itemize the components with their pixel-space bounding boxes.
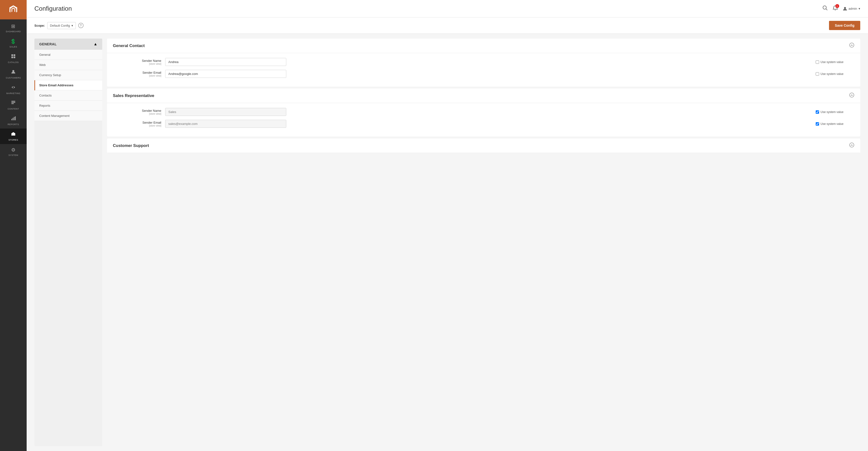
- sidebar-item-dashboard[interactable]: ⊞ DASHBOARD: [0, 20, 27, 36]
- gc-sender-name-checkbox[interactable]: [816, 60, 819, 64]
- customer-support-title: Customer Support: [113, 143, 149, 148]
- gc-sender-email-row: Sender Email [store view] Use system val…: [113, 70, 855, 78]
- svg-point-16: [844, 7, 846, 9]
- sales-icon: 💲: [10, 38, 17, 45]
- customers-icon: [11, 69, 16, 76]
- left-nav-item-contacts[interactable]: Contacts: [34, 90, 102, 101]
- svg-rect-7: [11, 102, 15, 103]
- sidebar-item-customers[interactable]: CUSTOMERS: [0, 66, 27, 82]
- customer-support-header[interactable]: Customer Support: [107, 138, 860, 153]
- sidebar-item-reports[interactable]: REPORTS: [0, 113, 27, 129]
- catalog-icon: [11, 54, 16, 60]
- left-nav-item-web[interactable]: Web: [34, 60, 102, 70]
- sr-sender-name-checkbox[interactable]: [816, 110, 819, 114]
- sidebar-label-sales: SALES: [9, 46, 17, 48]
- gc-sender-email-check-label: Use system value: [820, 72, 843, 76]
- general-contact-section: General Contact Sender Name [store view]: [107, 38, 860, 87]
- sidebar-label-customers: CUSTOMERS: [6, 77, 21, 79]
- sidebar-item-catalog[interactable]: CATALOG: [0, 51, 27, 66]
- svg-rect-3: [13, 56, 15, 58]
- svg-rect-9: [11, 119, 12, 120]
- dashboard-icon: ⊞: [11, 23, 16, 29]
- gc-sender-name-check-area: Use system value: [816, 60, 855, 64]
- help-icon[interactable]: ?: [78, 23, 84, 28]
- left-nav-item-reports[interactable]: Reports: [34, 101, 102, 111]
- config-toolbar: Scope: Default Config ▾ ? Save Config: [27, 18, 868, 34]
- sidebar-label-system: SYSTEM: [8, 154, 18, 157]
- general-contact-header[interactable]: General Contact: [107, 38, 860, 53]
- search-icon[interactable]: [823, 5, 828, 12]
- stores-icon: [11, 132, 16, 138]
- sr-sender-name-row: Sender Name [store view] Use system valu…: [113, 108, 855, 116]
- admin-username: admin: [848, 7, 857, 10]
- sidebar-item-stores[interactable]: STORES: [0, 129, 27, 144]
- sidebar-item-marketing[interactable]: MARKETING: [0, 82, 27, 97]
- sidebar-item-system[interactable]: ⚙ SYSTEM: [0, 144, 27, 159]
- sr-sender-name-input[interactable]: [165, 108, 286, 116]
- sidebar: ⊞ DASHBOARD 💲 SALES CATALOG CUSTOMERS MA…: [0, 0, 27, 451]
- sr-sender-email-check-area: Use system value: [816, 122, 855, 125]
- svg-rect-1: [13, 54, 15, 56]
- sales-rep-header[interactable]: Sales Representative: [107, 88, 860, 103]
- page-header: Configuration 1 admin ▾: [27, 0, 868, 18]
- left-nav-header[interactable]: GENERAL ▲: [34, 38, 102, 50]
- sidebar-item-content[interactable]: CONTENT: [0, 97, 27, 113]
- left-nav-item-currency-setup[interactable]: Currency Setup: [34, 70, 102, 80]
- sales-rep-toggle-icon: [849, 92, 855, 99]
- system-icon: ⚙: [11, 147, 16, 153]
- admin-dropdown-icon: ▾: [859, 7, 860, 10]
- gc-sender-email-checkbox[interactable]: [816, 72, 819, 76]
- gc-sender-name-input-wrap: [165, 58, 812, 66]
- left-nav-item-store-email-addresses[interactable]: Store Email Addresses: [34, 80, 102, 90]
- sidebar-label-stores: STORES: [8, 139, 18, 141]
- gc-sender-name-input[interactable]: [165, 58, 286, 66]
- logo[interactable]: [0, 0, 27, 20]
- gc-sender-email-label: Sender Email [store view]: [113, 71, 161, 77]
- sr-sender-name-check-label: Use system value: [820, 110, 843, 114]
- sidebar-item-sales[interactable]: 💲 SALES: [0, 36, 27, 51]
- sidebar-label-content: CONTENT: [8, 108, 19, 110]
- content-icon: [11, 101, 16, 107]
- notifications-icon[interactable]: 1: [833, 5, 838, 12]
- content-area: GENERAL ▲ General Web Currency Setup Sto…: [27, 34, 868, 451]
- sales-rep-title: Sales Representative: [113, 93, 154, 98]
- scope-select[interactable]: Default Config ▾: [47, 22, 75, 29]
- svg-point-14: [823, 6, 826, 9]
- left-nav-group-label: GENERAL: [39, 42, 57, 46]
- left-nav-item-general[interactable]: General: [34, 50, 102, 60]
- save-config-button[interactable]: Save Config: [829, 21, 860, 30]
- header-actions: 1 admin ▾: [823, 5, 860, 12]
- left-nav-item-content-management[interactable]: Content Management: [34, 111, 102, 121]
- svg-rect-12: [15, 116, 16, 120]
- sales-rep-body: Sender Name [store view] Use system valu…: [107, 103, 860, 137]
- sr-sender-email-row: Sender Email [store view] Use system val…: [113, 120, 855, 128]
- notification-count: 1: [835, 4, 839, 8]
- sidebar-label-dashboard: DASHBOARD: [6, 30, 21, 33]
- svg-rect-0: [11, 54, 13, 56]
- sr-sender-email-checkbox[interactable]: [816, 122, 819, 125]
- sr-sender-email-input[interactable]: [165, 120, 286, 128]
- admin-user-menu[interactable]: admin ▾: [843, 6, 860, 11]
- gc-sender-email-input[interactable]: [165, 70, 286, 78]
- sales-representative-section: Sales Representative Sender Name [store …: [107, 88, 860, 137]
- svg-rect-2: [11, 56, 13, 58]
- main-content: Configuration 1 admin ▾ S: [27, 0, 868, 451]
- scope-area: Scope: Default Config ▾ ?: [34, 22, 84, 29]
- svg-rect-13: [12, 134, 14, 136]
- svg-point-5: [12, 87, 14, 88]
- scope-chevron-icon: ▾: [71, 24, 73, 27]
- marketing-icon: [11, 85, 16, 91]
- sidebar-label-catalog: CATALOG: [8, 61, 19, 63]
- sr-sender-email-label: Sender Email [store view]: [113, 121, 161, 127]
- gc-sender-email-input-wrap: [165, 70, 812, 78]
- gc-sender-name-check-label: Use system value: [820, 60, 843, 64]
- page-title: Configuration: [34, 5, 72, 12]
- svg-rect-11: [14, 117, 14, 120]
- left-nav-collapse-icon: ▲: [93, 42, 97, 46]
- svg-rect-6: [11, 101, 15, 102]
- general-contact-toggle-icon: [849, 43, 855, 49]
- sidebar-label-marketing: MARKETING: [6, 92, 20, 94]
- customer-support-toggle-icon: [849, 142, 855, 149]
- gc-sender-email-check-area: Use system value: [816, 72, 855, 76]
- reports-icon: [11, 116, 16, 122]
